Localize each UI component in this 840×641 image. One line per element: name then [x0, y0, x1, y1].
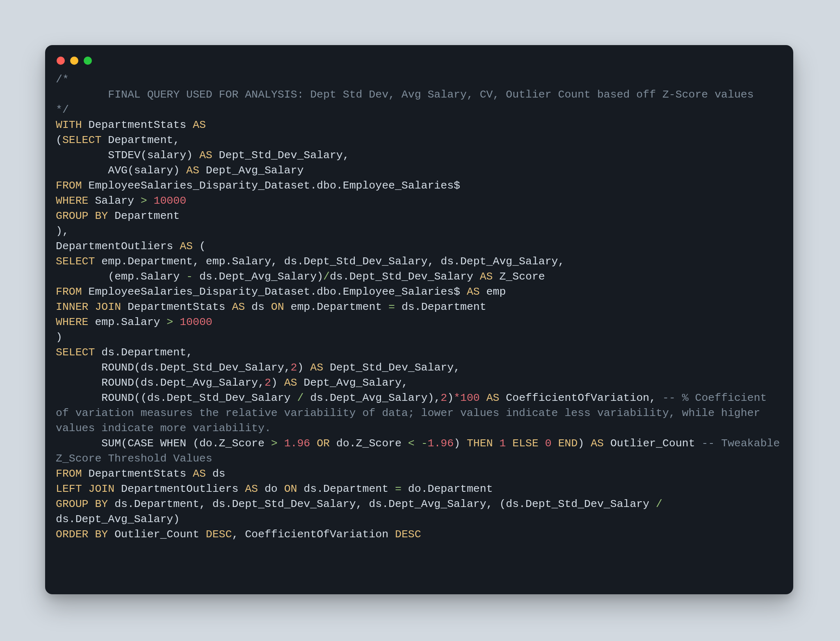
comment-body: FINAL QUERY USED FOR ANALYSIS: Dept Std … [56, 89, 754, 101]
minimize-icon[interactable] [70, 57, 78, 65]
kw-where: WHERE [56, 195, 89, 207]
comment-close: */ [56, 104, 69, 116]
kw-with: WITH [56, 119, 82, 131]
zoom-icon[interactable] [84, 57, 92, 65]
window-traffic-lights [56, 55, 783, 72]
close-icon[interactable] [57, 57, 65, 65]
kw-from: FROM [56, 180, 82, 192]
kw-group-by: GROUP BY [56, 210, 108, 222]
code-window: /* FINAL QUERY USED FOR ANALYSIS: Dept S… [45, 45, 793, 594]
sql-code-block: /* FINAL QUERY USED FOR ANALYSIS: Dept S… [56, 72, 783, 542]
kw-select: SELECT [62, 134, 101, 146]
comment-open: /* [56, 73, 69, 86]
